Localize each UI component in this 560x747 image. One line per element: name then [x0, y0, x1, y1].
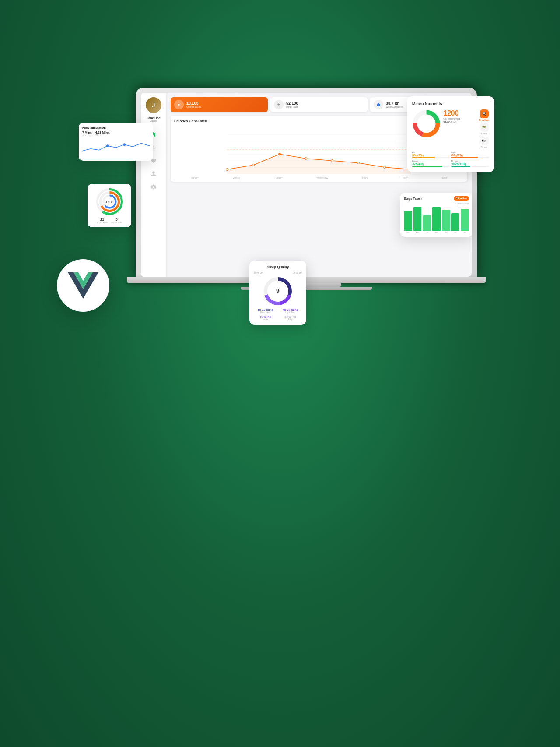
sleep-stats: 1h 12 mins Deep Sleep 4h 37 mins Light S… [254, 308, 302, 321]
activity-rings-svg: 1900 [95, 187, 124, 216]
breakfast-label: Breakfast [479, 119, 489, 121]
sleep-times: 10:48 pm 07:50 am [254, 271, 302, 274]
dinner-label: Dinner [481, 146, 487, 148]
svg-text:1900: 1900 [105, 200, 113, 204]
sleep-quality-card: Sleep Quality 10:48 pm 07:50 am 9 1h 12 … [249, 261, 306, 325]
svg-point-25 [331, 160, 333, 162]
flow-stats: 7 Mins Time 4.23 Miles Miles [82, 131, 150, 136]
svg-point-1 [123, 143, 126, 146]
steps-icon [274, 100, 284, 109]
macro-donut-chart [412, 109, 441, 138]
water-label: Water Consumed [386, 106, 403, 108]
steps-label: Steps Taken [286, 106, 298, 108]
mini-stat-items: 5 4 Active Items [111, 218, 122, 224]
macro-nutrients-card: Macro Nutrients 1200 Cal consumed [407, 96, 494, 172]
dinner-icon[interactable]: 🍽 [480, 137, 489, 145]
avatar: J [146, 97, 161, 113]
steps-card: 52,100 Steps Taken [270, 97, 368, 112]
svg-marker-20 [227, 154, 411, 174]
water-value: 38.7 ltr [386, 101, 403, 106]
macro-cal-info: 1200 Cal consumed 344 Cal left [443, 109, 476, 148]
user-info: Jane Doe Admin [147, 116, 160, 122]
mini-stats: 21 2 Cycle Active 5 4 Active Items [97, 218, 122, 224]
water-icon [374, 100, 383, 109]
bar-day-labels: Sun Mon Tue Wed Thu Fri Sat [404, 232, 469, 233]
miles-badge: 3.2 miles [454, 196, 469, 201]
light-sleep-stat: 4h 37 mins Light Sleep [279, 308, 302, 314]
chart-title: Calories Consumed [174, 119, 207, 123]
meal-icons: 🍳 Breakfast 🥗 Lunch 🍽 Dinner [479, 109, 489, 148]
flow-stat-time: 7 Mins Time [82, 131, 92, 136]
calories-icon: ✦ [174, 100, 184, 109]
rem-stat: 53 mins REM [279, 315, 302, 321]
day-labels: Sunday Monday Tuesday Wednesday Thurs Fr… [174, 176, 464, 179]
mini-stat-cycles: 21 2 Cycle Active [97, 218, 108, 224]
calories-label: Calories Eaten [186, 106, 201, 108]
steps-chart-title: Steps Taken [404, 197, 422, 200]
sidebar-icon-user[interactable] [149, 169, 158, 178]
sleep-donut-container: 9 [254, 276, 302, 307]
deep-sleep-stat: 1h 12 mins Deep Sleep [254, 308, 277, 314]
nutrient-bars: Fat 80g/99g Fiber 80g/99g Protein 37g/40… [412, 151, 489, 167]
laptop-base [127, 277, 486, 283]
bar-chart [404, 207, 469, 231]
calories-value: 13,100 [186, 101, 201, 106]
svg-point-27 [384, 166, 386, 169]
svg-point-22 [252, 164, 255, 166]
activity-rings-card: 1900 21 2 Cycle Active 5 4 Active Items [88, 184, 131, 227]
steps-chart-card: Steps Taken 3.2 miles Number Steps [400, 193, 472, 237]
fiber-nutrient: Fiber 80g/99g [452, 151, 489, 158]
lunch-icon[interactable]: 🥗 [480, 123, 489, 132]
lunch-label: Lunch [481, 132, 487, 135]
vue-logo-svg [68, 272, 98, 299]
user-name: Jane Doe [147, 116, 160, 120]
svg-point-24 [305, 158, 307, 160]
protein1-nutrient: Protein 37g/40g [412, 160, 450, 167]
awake-stat: 18 mins Awake [254, 315, 277, 321]
sidebar-icon-settings[interactable] [149, 183, 158, 191]
svg-point-0 [106, 144, 109, 147]
flow-title: Flow Simulation [82, 126, 150, 129]
breakfast-icon[interactable]: 🍳 [480, 109, 489, 118]
svg-text:9: 9 [276, 287, 280, 294]
laptop-wrapper: Flow Simulation 7 Mins Time 4.23 Miles M… [83, 88, 477, 290]
calories-card: ✦ 13,100 Calories Eaten [171, 97, 268, 112]
flow-stat-miles: 4.23 Miles Miles [95, 131, 110, 136]
flow-line-chart [82, 138, 150, 155]
number-steps-label: Number Steps [404, 202, 469, 205]
cal-label: Cal consumed [443, 117, 476, 120]
svg-point-23 [279, 153, 281, 155]
macro-title: Macro Nutrients [412, 102, 489, 106]
cal-consumed: 1200 [443, 109, 476, 117]
sidebar: J Jane Doe Admin [141, 93, 166, 277]
svg-point-26 [357, 162, 360, 164]
cal-remaining: 344 Cal left [443, 121, 476, 123]
sleep-title: Sleep Quality [254, 265, 302, 269]
sleep-donut-svg: 9 [262, 276, 293, 307]
protein2-nutrient: Protein 102g/118g [452, 160, 489, 167]
user-role: Admin [147, 120, 160, 122]
svg-point-21 [226, 169, 228, 171]
steps-value: 52,100 [286, 101, 298, 106]
vue-logo-circle [57, 259, 109, 312]
fat-nutrient: Fat 80g/99g [412, 151, 450, 158]
flow-simulation-card: Flow Simulation 7 Mins Time 4.23 Miles M… [79, 123, 153, 161]
